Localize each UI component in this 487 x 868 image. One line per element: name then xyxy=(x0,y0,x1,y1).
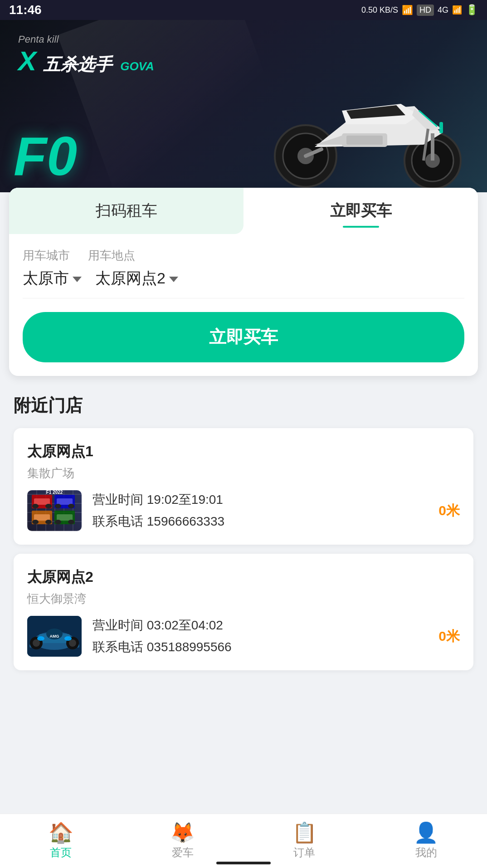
svg-point-27 xyxy=(68,520,74,524)
nav-profile[interactable]: 👤 我的 xyxy=(365,814,487,868)
nearby-section: 附近门店 太原网点1 集散广场 xyxy=(0,376,487,688)
store-card-1[interactable]: 太原网点1 集散广场 xyxy=(14,428,473,545)
form-labels: 用车城市 用车地点 xyxy=(23,248,464,263)
store1-hours: 营业时间 19:02至19:01 xyxy=(93,491,428,508)
hero-banner: Penta kill X 五杀选手 GOVA F0 xyxy=(0,20,487,192)
nav-profile-label: 我的 xyxy=(415,845,437,860)
svg-point-39 xyxy=(64,636,72,641)
signal2: 📶 xyxy=(452,5,462,15)
wifi-icon: 📶 xyxy=(402,5,413,15)
nav-orders[interactable]: 📋 订单 xyxy=(244,814,365,868)
buy-now-button[interactable]: 立即买车 xyxy=(23,312,464,362)
svg-rect-8 xyxy=(439,122,443,133)
svg-point-36 xyxy=(33,639,40,647)
store2-hours: 营业时间 03:02至04:02 xyxy=(93,617,428,634)
city-value: 太原市 xyxy=(23,268,69,289)
svg-text:AMG: AMG xyxy=(50,634,59,639)
city-label: 用车城市 xyxy=(23,248,70,263)
nav-home-label: 首页 xyxy=(50,845,72,860)
nav-indicator xyxy=(216,862,271,864)
svg-rect-10 xyxy=(346,136,383,145)
store1-phone: 联系电话 15966663333 xyxy=(93,513,428,530)
tab-rent[interactable]: 扫码租车 xyxy=(9,188,244,234)
hero-subtitle: X 五杀选手 GOVA xyxy=(18,45,154,77)
nav-home[interactable]: 🏠 首页 xyxy=(0,814,122,868)
hero-model: F0 xyxy=(14,129,77,183)
hd-badge: HD xyxy=(417,5,434,16)
nav-my-vehicle[interactable]: 🦊 爱车 xyxy=(122,814,244,868)
location-label: 用车地点 xyxy=(88,248,135,263)
store2-phone: 联系电话 035188995566 xyxy=(93,639,428,656)
status-bar: 11:46 0.50 KB/S 📶 HD 4G 📶 🔋 xyxy=(0,0,487,20)
store1-details: 营业时间 19:02至19:01 联系电话 15966663333 xyxy=(93,491,428,530)
svg-rect-25 xyxy=(57,514,73,521)
vehicle-icon: 🦊 xyxy=(170,823,195,843)
home-icon: 🏠 xyxy=(49,823,73,843)
svg-point-37 xyxy=(69,639,76,647)
location-arrow-icon xyxy=(169,277,178,282)
svg-point-22 xyxy=(32,520,39,524)
store2-image: AMG xyxy=(27,616,82,657)
svg-point-15 xyxy=(45,504,52,508)
nav-vehicle-label: 爱车 xyxy=(172,845,194,860)
orders-icon: 📋 xyxy=(292,823,317,843)
bottom-padding xyxy=(0,688,487,752)
tab-buy[interactable]: 立即买车 xyxy=(244,188,478,234)
store-card-2[interactable]: 太原网点2 恒大御景湾 xyxy=(14,554,473,670)
hero-text-top: Penta kill X 五杀选手 GOVA xyxy=(18,34,154,77)
location-select[interactable]: 太原网点2 xyxy=(95,268,178,289)
location-value: 太原网点2 xyxy=(95,268,166,289)
svg-rect-21 xyxy=(34,514,50,521)
store2-info: AMG 营业时间 03:02至04:02 联系电话 035188995566 0… xyxy=(27,616,460,657)
store2-name: 太原网点2 xyxy=(27,567,460,587)
svg-point-38 xyxy=(37,636,44,641)
store2-details: 营业时间 03:02至04:02 联系电话 035188995566 xyxy=(93,617,428,656)
svg-rect-17 xyxy=(57,498,73,505)
svg-text:F1 2022: F1 2022 xyxy=(46,490,63,495)
store1-address: 集散广场 xyxy=(27,465,460,481)
store2-address: 恒大御景湾 xyxy=(27,591,460,607)
nav-orders-label: 订单 xyxy=(293,845,315,860)
bottom-navigation: 🏠 首页 🦊 爱车 📋 订单 👤 我的 xyxy=(0,814,487,868)
store1-info: F1 2022 营业时间 19:02至19:01 联系电话 1596666333… xyxy=(27,490,460,531)
form-section: 用车城市 用车地点 太原市 太原网点2 立即买车 xyxy=(9,234,478,376)
main-card: 扫码租车 立即买车 用车城市 用车地点 太原市 太原网点2 立即买车 xyxy=(9,188,478,376)
status-icons: 0.50 KB/S 📶 HD 4G 📶 🔋 xyxy=(361,4,478,16)
svg-point-19 xyxy=(68,504,74,508)
store1-distance: 0米 xyxy=(438,502,460,520)
battery-icon: 🔋 xyxy=(466,4,478,16)
hero-brand-small: Penta kill xyxy=(18,34,154,45)
svg-rect-13 xyxy=(34,498,50,505)
hero-motorcycle-image xyxy=(224,47,487,192)
svg-point-18 xyxy=(55,504,61,508)
store2-distance: 0米 xyxy=(438,627,460,646)
city-arrow-icon xyxy=(73,277,82,282)
form-selects: 太原市 太原网点2 xyxy=(23,268,464,298)
tabs-container: 扫码租车 立即买车 xyxy=(9,188,478,234)
svg-point-14 xyxy=(32,504,39,508)
svg-point-23 xyxy=(45,520,52,524)
status-time: 11:46 xyxy=(9,3,42,17)
city-select[interactable]: 太原市 xyxy=(23,268,82,289)
network-speed: 0.50 KB/S xyxy=(361,5,398,15)
profile-icon: 👤 xyxy=(414,823,438,843)
signal1: 4G xyxy=(438,5,448,15)
nearby-title: 附近门店 xyxy=(14,394,473,417)
store1-image: F1 2022 xyxy=(27,490,82,531)
svg-point-26 xyxy=(55,520,61,524)
store1-name: 太原网点1 xyxy=(27,442,460,462)
